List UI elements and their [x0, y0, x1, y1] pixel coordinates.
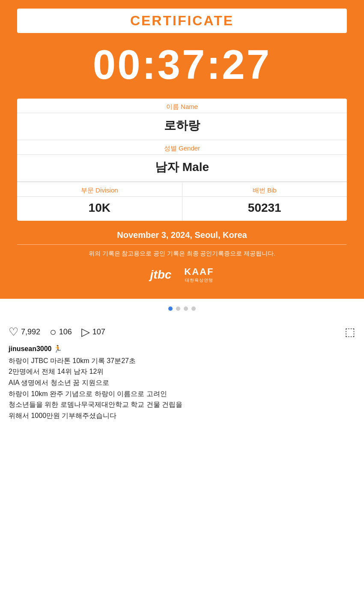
cert-logos: jtbc KAAF 대한육상연맹 — [17, 266, 347, 283]
shares-count: 107 — [92, 328, 105, 337]
bookmark-icon[interactable]: ⬚ — [345, 325, 355, 339]
cert-name-label: 이름 Name — [17, 99, 347, 113]
share-icon[interactable]: ▷ — [81, 326, 90, 337]
kaaf-logo: KAAF 대한육상연맹 — [184, 266, 214, 283]
jtbc-logo: jtbc — [150, 268, 172, 282]
certificate-card: CERTIFICATE 00:37:27 이름 Name 로하랑 성별 Gend… — [0, 0, 364, 299]
heart-icon[interactable]: ♡ — [9, 326, 18, 337]
cert-name-row: 이름 Name 로하랑 — [17, 99, 347, 140]
cert-division-cell: 부문 Division 10K — [17, 182, 182, 221]
cert-title-box: CERTIFICATE — [17, 9, 347, 33]
cert-bib-cell: 배번 Bib 50231 — [182, 182, 347, 221]
cert-table: 이름 Name 로하랑 성별 Gender 남자 Male 부문 Divisio… — [17, 99, 347, 221]
dot-2[interactable] — [176, 307, 180, 311]
cert-name-value: 로하랑 — [17, 113, 347, 140]
dot-1[interactable] — [168, 307, 173, 311]
likes-group: ♡ 7,992 — [9, 326, 40, 337]
cert-division-value: 10K — [17, 197, 182, 221]
cert-gender-value: 남자 Male — [17, 155, 347, 181]
cert-disclaimer: 위의 기록은 참고용으로 공인 기록은 최종 공인기록증으로 제공됩니다. — [17, 250, 347, 258]
cert-bib-label: 배번 Bib — [182, 182, 347, 197]
cert-time: 00:37:27 — [17, 43, 347, 87]
cert-bib-value: 50231 — [182, 197, 347, 221]
ig-caption: 하랑이 JTBC 마라톤 10km 기록 37분27초2만명에서 전체 14위 … — [9, 355, 355, 421]
ig-actions-row: ♡ 7,992 ○ 106 ▷ 107 ⬚ — [9, 325, 355, 339]
dot-4[interactable] — [191, 307, 196, 311]
cert-split-row: 부문 Division 10K 배번 Bib 50231 — [17, 182, 347, 221]
instagram-section: ♡ 7,992 ○ 106 ▷ 107 ⬚ jinusean3000 🏃 하랑이… — [0, 319, 364, 430]
comment-icon[interactable]: ○ — [50, 326, 57, 337]
comments-group: ○ 106 — [50, 326, 72, 337]
shares-group: ▷ 107 — [81, 326, 105, 337]
cert-division-label: 부문 Division — [17, 182, 182, 197]
cert-title: CERTIFICATE — [130, 13, 234, 28]
cert-date: November 3, 2024, Seoul, Korea — [17, 230, 347, 240]
cert-gender-label: 성별 Gender — [17, 140, 347, 155]
cert-gender-row: 성별 Gender 남자 Male — [17, 140, 347, 182]
carousel-dots — [0, 299, 364, 319]
comments-count: 106 — [59, 328, 72, 337]
likes-count: 7,992 — [21, 328, 40, 337]
dot-3[interactable] — [184, 307, 188, 311]
ig-username[interactable]: jinusean3000 🏃 — [9, 345, 355, 353]
cert-divider — [17, 244, 347, 245]
